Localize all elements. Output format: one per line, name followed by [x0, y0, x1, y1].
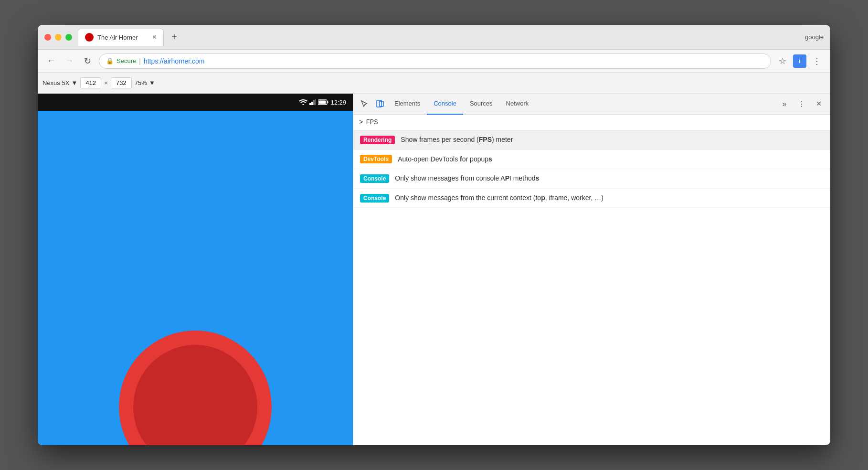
- autocomplete-item-2[interactable]: Console Only show messages from console …: [353, 169, 830, 189]
- devtools-close-button[interactable]: ×: [811, 96, 826, 112]
- console-input-bar: >: [353, 115, 830, 130]
- profile-area: google: [805, 33, 824, 41]
- autocomplete-list: Rendering Show frames per second (FPS) m…: [353, 130, 830, 208]
- svg-rect-0: [309, 103, 311, 105]
- cursor-icon: [360, 100, 369, 108]
- main-area: 12:29: [38, 94, 830, 445]
- ac-text-2: Only show messages from console API meth…: [395, 174, 539, 183]
- zoom-dropdown-icon: ▼: [149, 79, 155, 86]
- device-toggle-button[interactable]: [372, 96, 388, 112]
- device-dropdown-icon: ▼: [71, 79, 77, 86]
- tab-close-button[interactable]: ×: [152, 33, 157, 41]
- url-bar[interactable]: 🔒 Secure | https://airhorner.com: [99, 53, 771, 69]
- horn-circle: [119, 331, 272, 445]
- secure-text: Secure: [116, 57, 136, 64]
- battery-icon: [318, 99, 328, 105]
- console-prompt: >: [359, 118, 363, 126]
- devtools-bar: Nexus 5X ▼ × 75% ▼: [38, 73, 830, 94]
- secure-icon: 🔒: [106, 57, 114, 64]
- height-input[interactable]: [111, 77, 132, 88]
- status-time: 12:29: [330, 99, 346, 106]
- horn-inner: [133, 345, 257, 445]
- more-tabs-button[interactable]: »: [777, 96, 792, 112]
- svg-rect-2: [313, 100, 315, 105]
- tab-title: The Air Horner: [97, 34, 148, 41]
- zoom-level: 75%: [135, 79, 147, 86]
- ac-text-3: Only show messages from the current cont…: [395, 193, 603, 203]
- autocomplete-item-1[interactable]: DevTools Auto-open DevTools for popups: [353, 150, 830, 170]
- address-bar: ← → ↻ 🔒 Secure | https://airhorner.com ☆…: [38, 50, 830, 73]
- url-separator: |: [139, 57, 141, 65]
- signal-icon: [309, 99, 316, 105]
- profile-name: google: [805, 33, 824, 41]
- close-button[interactable]: [44, 34, 51, 41]
- inspect-element-button[interactable]: [357, 96, 372, 112]
- phone-preview: 12:29: [38, 94, 353, 445]
- browser-window: The Air Horner × + google ← → ↻ 🔒 Secure…: [38, 25, 830, 445]
- tab-area: The Air Horner × +: [78, 29, 799, 46]
- forward-button[interactable]: →: [63, 54, 76, 68]
- maximize-button[interactable]: [65, 34, 72, 41]
- url-text: https://airhorner.com: [144, 57, 764, 65]
- tab-console[interactable]: Console: [427, 94, 463, 115]
- new-tab-button[interactable]: +: [168, 31, 181, 44]
- autocomplete-item-3[interactable]: Console Only show messages from the curr…: [353, 189, 830, 208]
- tab-network[interactable]: Network: [499, 94, 536, 115]
- svg-rect-5: [328, 101, 328, 103]
- ac-text-1: Auto-open DevTools for popups: [398, 155, 492, 164]
- devtools-panel: Elements Console Sources Network » ⋮ ×: [353, 94, 830, 445]
- active-tab[interactable]: The Air Horner ×: [78, 29, 164, 46]
- svg-rect-6: [319, 101, 326, 104]
- device-name: Nexus 5X: [42, 79, 69, 86]
- autocomplete-item-0[interactable]: Rendering Show frames per second (FPS) m…: [353, 130, 830, 150]
- traffic-lights: [44, 34, 72, 41]
- badge-rendering: Rendering: [360, 136, 395, 144]
- menu-button[interactable]: ⋮: [810, 54, 824, 68]
- devtools-menu-button[interactable]: ⋮: [794, 96, 809, 112]
- phone-status-bar: 12:29: [38, 94, 353, 111]
- devtools-tabs: Elements Console Sources Network » ⋮ ×: [353, 94, 830, 115]
- devtools-more-actions: » ⋮ ×: [777, 96, 826, 112]
- tab-elements[interactable]: Elements: [388, 94, 427, 115]
- device-icon: [376, 100, 384, 108]
- device-selector[interactable]: Nexus 5X ▼: [42, 79, 77, 86]
- horn-outer: [119, 331, 272, 445]
- minimize-button[interactable]: [55, 34, 62, 41]
- url-actions: ☆ i ⋮: [776, 54, 824, 68]
- status-icons: 12:29: [299, 99, 346, 106]
- phone-content: [38, 111, 353, 445]
- extension-label: i: [799, 57, 801, 64]
- extension-button[interactable]: i: [793, 54, 806, 68]
- ac-text-0: Show frames per second (FPS) meter: [401, 135, 513, 145]
- width-input[interactable]: [80, 77, 101, 88]
- console-area: > Rendering Show frames per second (FPS)…: [353, 115, 830, 445]
- svg-rect-1: [311, 102, 313, 105]
- dimension-x: ×: [104, 79, 108, 86]
- bookmark-button[interactable]: ☆: [776, 54, 789, 68]
- zoom-selector[interactable]: 75% ▼: [135, 79, 155, 86]
- svg-rect-3: [315, 99, 316, 105]
- badge-console-0: Console: [360, 174, 389, 183]
- back-button[interactable]: ←: [44, 54, 58, 68]
- tab-sources[interactable]: Sources: [463, 94, 499, 115]
- console-input[interactable]: [366, 118, 825, 126]
- badge-console-1: Console: [360, 194, 389, 203]
- phone-screen: 12:29: [38, 94, 353, 445]
- badge-devtools: DevTools: [360, 155, 392, 163]
- wifi-icon: [299, 99, 307, 105]
- title-bar: The Air Horner × + google: [38, 25, 830, 50]
- tab-favicon: [85, 33, 94, 42]
- refresh-button[interactable]: ↻: [81, 54, 94, 68]
